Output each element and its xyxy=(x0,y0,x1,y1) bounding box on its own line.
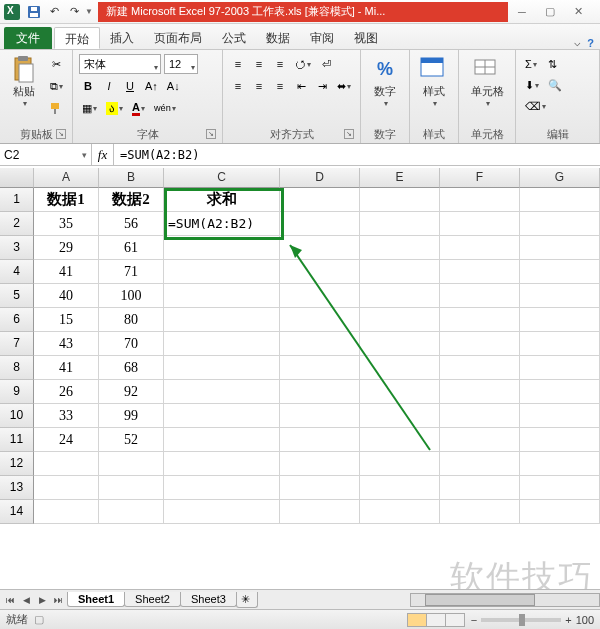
cell[interactable] xyxy=(360,476,440,500)
clipboard-launcher-icon[interactable]: ↘ xyxy=(56,129,66,139)
cell[interactable] xyxy=(34,500,99,524)
italic-button[interactable]: I xyxy=(100,76,118,96)
cell[interactable]: 41 xyxy=(34,356,99,380)
cell[interactable] xyxy=(520,428,600,452)
font-size-select[interactable]: 12▾ xyxy=(164,54,198,74)
cell[interactable] xyxy=(164,356,280,380)
cell[interactable] xyxy=(440,332,520,356)
cell[interactable] xyxy=(164,428,280,452)
cell[interactable] xyxy=(360,404,440,428)
row-header[interactable]: 6 xyxy=(0,308,34,332)
cell[interactable]: 求和 xyxy=(164,188,280,212)
cell[interactable]: 29 xyxy=(34,236,99,260)
cell[interactable] xyxy=(280,428,360,452)
autosum-icon[interactable]: Σ▾ xyxy=(522,54,540,74)
cell[interactable] xyxy=(440,380,520,404)
cell[interactable] xyxy=(360,500,440,524)
cell[interactable]: 26 xyxy=(34,380,99,404)
col-header-f[interactable]: F xyxy=(440,168,520,188)
cut-icon[interactable]: ✂ xyxy=(46,54,66,74)
cell[interactable] xyxy=(440,236,520,260)
cell[interactable] xyxy=(360,356,440,380)
align-right-icon[interactable]: ≡ xyxy=(271,76,289,96)
cell[interactable] xyxy=(520,308,600,332)
cell[interactable] xyxy=(280,308,360,332)
cell[interactable]: 56 xyxy=(99,212,164,236)
cell[interactable]: 92 xyxy=(99,380,164,404)
cell[interactable]: 15 xyxy=(34,308,99,332)
find-select-icon[interactable]: 🔍 xyxy=(545,75,565,95)
cell[interactable] xyxy=(440,188,520,212)
zoom-in-icon[interactable]: + xyxy=(565,614,571,626)
worksheet-grid[interactable]: A B C D E F G 1数据1数据2求和23556=SUM(A2:B2)3… xyxy=(0,168,600,589)
phonetic-icon[interactable]: wén▾ xyxy=(151,98,179,118)
tab-home[interactable]: 开始 xyxy=(54,27,100,49)
orientation-icon[interactable]: ⭯▾ xyxy=(292,54,314,74)
cell[interactable] xyxy=(164,236,280,260)
cell[interactable] xyxy=(360,380,440,404)
first-sheet-icon[interactable]: ⏮ xyxy=(2,595,18,605)
number-format-button[interactable]: %数字▾ xyxy=(365,52,405,127)
align-bottom-icon[interactable]: ≡ xyxy=(271,54,289,74)
sheet-tab-3[interactable]: Sheet3 xyxy=(180,592,237,607)
cell[interactable] xyxy=(440,428,520,452)
cell[interactable] xyxy=(99,500,164,524)
minimize-ribbon-icon[interactable]: ⌵ xyxy=(574,36,581,49)
cell[interactable]: 数据1 xyxy=(34,188,99,212)
row-header[interactable]: 12 xyxy=(0,452,34,476)
col-header-b[interactable]: B xyxy=(99,168,164,188)
name-box[interactable]: C2▾ xyxy=(0,144,92,165)
cell[interactable] xyxy=(360,452,440,476)
cell[interactable] xyxy=(34,476,99,500)
cell[interactable] xyxy=(440,284,520,308)
cell[interactable] xyxy=(99,452,164,476)
cell[interactable] xyxy=(520,260,600,284)
tab-data[interactable]: 数据 xyxy=(256,27,300,49)
row-header[interactable]: 10 xyxy=(0,404,34,428)
tab-page-layout[interactable]: 页面布局 xyxy=(144,27,212,49)
cell[interactable] xyxy=(280,284,360,308)
cell[interactable] xyxy=(360,212,440,236)
cell[interactable] xyxy=(360,236,440,260)
tab-view[interactable]: 视图 xyxy=(344,27,388,49)
format-painter-icon[interactable] xyxy=(46,98,66,118)
cell[interactable] xyxy=(520,212,600,236)
cell[interactable] xyxy=(440,260,520,284)
cell[interactable] xyxy=(280,404,360,428)
cell[interactable] xyxy=(34,452,99,476)
cell[interactable] xyxy=(440,356,520,380)
merge-center-icon[interactable]: ⬌▾ xyxy=(334,76,354,96)
row-header[interactable]: 8 xyxy=(0,356,34,380)
cell[interactable] xyxy=(440,452,520,476)
col-header-g[interactable]: G xyxy=(520,168,600,188)
cell[interactable] xyxy=(164,284,280,308)
cell[interactable]: 70 xyxy=(99,332,164,356)
align-top-icon[interactable]: ≡ xyxy=(229,54,247,74)
cell[interactable] xyxy=(280,380,360,404)
cell[interactable] xyxy=(280,332,360,356)
font-launcher-icon[interactable]: ↘ xyxy=(206,129,216,139)
paste-button[interactable]: 粘贴 ▾ xyxy=(4,52,44,127)
cell[interactable] xyxy=(520,476,600,500)
cell[interactable] xyxy=(164,332,280,356)
cell[interactable]: 99 xyxy=(99,404,164,428)
zoom-level[interactable]: 100 xyxy=(576,614,594,626)
cell[interactable] xyxy=(280,476,360,500)
cell[interactable]: 68 xyxy=(99,356,164,380)
redo-icon[interactable]: ↷ xyxy=(65,3,83,21)
cell[interactable] xyxy=(520,356,600,380)
row-header[interactable]: 1 xyxy=(0,188,34,212)
tab-insert[interactable]: 插入 xyxy=(100,27,144,49)
page-layout-view-icon[interactable] xyxy=(426,613,446,627)
last-sheet-icon[interactable]: ⏭ xyxy=(50,595,66,605)
cell[interactable] xyxy=(360,260,440,284)
cell[interactable]: 71 xyxy=(99,260,164,284)
cell[interactable] xyxy=(164,260,280,284)
row-header[interactable]: 4 xyxy=(0,260,34,284)
col-header-d[interactable]: D xyxy=(280,168,360,188)
horizontal-scrollbar[interactable] xyxy=(410,593,600,607)
row-header[interactable]: 7 xyxy=(0,332,34,356)
cells-button[interactable]: 单元格▾ xyxy=(463,52,511,127)
page-break-view-icon[interactable] xyxy=(445,613,465,627)
cell[interactable] xyxy=(360,188,440,212)
